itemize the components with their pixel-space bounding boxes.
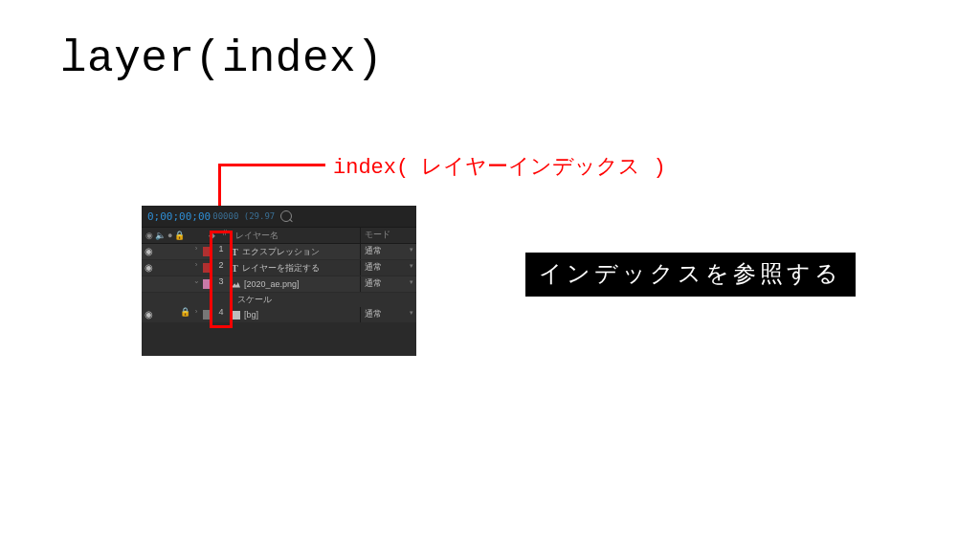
layer-index: 3 <box>214 276 228 292</box>
layer-row[interactable]: ◉ › 2 T レイヤーを指定する 通常 ▾ <box>142 260 416 276</box>
label-header-icon: ◆ <box>205 228 218 243</box>
twirl-icon[interactable]: ⌄ <box>191 276 201 292</box>
blend-mode-select[interactable]: 通常 <box>360 244 407 259</box>
layer-row[interactable]: ◉ › 1 T エクスプレッション 通常 ▾ <box>142 244 416 260</box>
visibility-toggle[interactable]: ◉ <box>142 260 155 276</box>
layer-index: 2 <box>214 260 228 276</box>
chevron-down-icon[interactable]: ▾ <box>407 276 416 292</box>
property-row[interactable]: スケール <box>142 293 416 307</box>
twirl-icon[interactable]: › <box>191 307 201 322</box>
twirl-icon[interactable]: › <box>191 244 201 259</box>
visibility-toggle[interactable]: ◉ <box>142 244 155 259</box>
label-color[interactable] <box>201 307 214 322</box>
solid-layer-icon <box>232 311 240 320</box>
blend-mode-select[interactable]: 通常 <box>360 260 407 276</box>
timecode-display[interactable]: 0;00;00;00 <box>147 210 211 223</box>
lock-header-icon: 🔒 <box>174 231 185 240</box>
chevron-down-icon[interactable]: ▾ <box>407 244 416 259</box>
label-color[interactable] <box>201 260 214 276</box>
layer-index: 1 <box>214 244 228 259</box>
panel-empty-area <box>142 323 416 356</box>
label-color[interactable] <box>201 276 214 292</box>
visibility-toggle[interactable]: ◉ <box>142 307 155 322</box>
blend-mode-select[interactable]: 通常 <box>360 307 407 322</box>
layer-name[interactable]: [2020_ae.png] <box>228 276 360 292</box>
index-annotation-label: index( レイヤーインデックス ) <box>333 152 666 181</box>
chevron-down-icon[interactable]: ▾ <box>407 260 416 276</box>
text-layer-icon: T <box>232 263 238 274</box>
timecode-row: 0;00;00;00 00000 (29.97 <box>142 206 416 227</box>
ae-timeline-panel: 0;00;00;00 00000 (29.97 ◉ 🔈 ● 🔒 ◆ レイヤー名 … <box>142 206 416 356</box>
page-title: layer(index) <box>60 34 383 84</box>
callout-line-horizontal <box>218 164 325 166</box>
lock-toggle[interactable] <box>178 244 191 259</box>
layer-row[interactable]: ◉ 🔒 › 4 [bg] 通常 ▾ <box>142 307 416 323</box>
chevron-down-icon[interactable]: ▾ <box>407 307 416 322</box>
blend-mode-select[interactable]: 通常 <box>360 276 407 292</box>
layer-index: 4 <box>214 307 228 322</box>
twirl-icon[interactable]: › <box>191 260 201 276</box>
visibility-toggle[interactable] <box>142 276 155 292</box>
search-icon[interactable] <box>280 210 292 222</box>
eye-header-icon: ◉ <box>145 231 153 240</box>
column-header-row: ◉ 🔈 ● 🔒 ◆ レイヤー名 モード <box>142 227 416 244</box>
layer-name[interactable]: T レイヤーを指定する <box>228 260 360 276</box>
layer-row[interactable]: ⌄ 3 [2020_ae.png] 通常 ▾ <box>142 276 416 293</box>
layer-name[interactable]: [bg] <box>228 307 360 322</box>
image-layer-icon <box>232 281 240 288</box>
label-color[interactable] <box>201 244 214 259</box>
property-name: スケール <box>237 294 272 306</box>
layer-name[interactable]: T エクスプレッション <box>228 244 360 259</box>
lock-toggle[interactable]: 🔒 <box>178 307 191 322</box>
name-header: レイヤー名 <box>232 228 360 243</box>
lock-toggle[interactable] <box>178 276 191 292</box>
lock-toggle[interactable] <box>178 260 191 276</box>
timecode-frames: 00000 (29.97 <box>212 211 275 221</box>
description-callout: インデックスを参照する <box>525 253 856 297</box>
solo-header-icon: ● <box>167 231 172 240</box>
speaker-header-icon: 🔈 <box>155 231 166 240</box>
mode-header: モード <box>360 228 407 243</box>
index-header <box>218 228 232 243</box>
text-layer-icon: T <box>232 247 238 257</box>
av-header-icons: ◉ 🔈 ● 🔒 <box>142 228 195 243</box>
